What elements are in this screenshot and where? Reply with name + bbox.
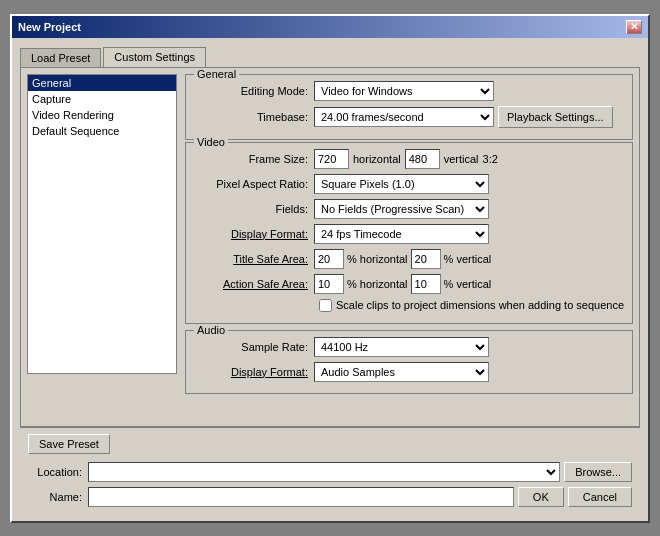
sample-rate-row: Sample Rate: 44100 Hz 48000 Hz 96000 Hz (194, 337, 624, 357)
action-safe-h-input[interactable] (314, 274, 344, 294)
fields-label: Fields: (194, 203, 314, 215)
sidebar-item-video-rendering[interactable]: Video Rendering (28, 107, 176, 123)
title-safe-h-input[interactable] (314, 249, 344, 269)
action-safe-row: Action Safe Area: % horizontal % vertica… (194, 274, 624, 294)
editing-mode-row: Editing Mode: Video for Windows DV - NTS… (194, 81, 624, 101)
scale-clips-checkbox[interactable] (319, 299, 332, 312)
title-bar: New Project ✕ (12, 16, 648, 38)
video-group: Video Frame Size: horizontal vertical 3:… (185, 142, 633, 324)
pixel-aspect-label: Pixel Aspect Ratio: (194, 178, 314, 190)
sample-rate-label: Sample Rate: (194, 341, 314, 353)
action-safe-v-input[interactable] (411, 274, 441, 294)
name-label: Name: (28, 491, 88, 503)
content-area: General Capture Video Rendering Default … (20, 67, 640, 427)
timebase-select[interactable]: 24.00 frames/second 25.00 frames/second … (314, 107, 494, 127)
pixel-aspect-row: Pixel Aspect Ratio: Square Pixels (1.0) … (194, 174, 624, 194)
audio-display-format-select[interactable]: Audio Samples Milliseconds (314, 362, 489, 382)
action-safe-label: Action Safe Area: (194, 278, 314, 290)
pixel-aspect-select[interactable]: Square Pixels (1.0) D1/DV NTSC (0.9) D1/… (314, 174, 489, 194)
location-label: Location: (28, 466, 88, 478)
sidebar-item-capture[interactable]: Capture (28, 91, 176, 107)
scale-clips-row: Scale clips to project dimensions when a… (319, 299, 624, 312)
tab-custom-settings[interactable]: Custom Settings (103, 47, 206, 67)
close-button[interactable]: ✕ (626, 20, 642, 34)
audio-display-format-label: Display Format: (194, 366, 314, 378)
bottom-area: Save Preset Location: Browse... Name: OK… (20, 427, 640, 513)
title-pct-h-label: % horizontal (347, 253, 408, 265)
audio-group: Audio Sample Rate: 44100 Hz 48000 Hz 960… (185, 330, 633, 394)
location-select[interactable] (88, 462, 560, 482)
name-input[interactable] (88, 487, 514, 507)
video-section-title: Video (194, 136, 228, 148)
dialog-title: New Project (18, 21, 81, 33)
tabs-row: Load Preset Custom Settings (20, 46, 640, 67)
sidebar-item-default-sequence[interactable]: Default Sequence (28, 123, 176, 139)
name-row: Name: OK Cancel (28, 487, 632, 507)
playback-settings-button[interactable]: Playback Settings... (498, 106, 613, 128)
save-preset-button[interactable]: Save Preset (28, 434, 110, 454)
display-format-select[interactable]: 24 fps Timecode 25 fps Timecode 30 fps T… (314, 224, 489, 244)
scale-clips-label: Scale clips to project dimensions when a… (336, 299, 624, 311)
horizontal-label: horizontal (353, 153, 401, 165)
title-safe-label: Title Safe Area: (194, 253, 314, 265)
sidebar-item-general[interactable]: General (28, 75, 176, 91)
title-safe-row: Title Safe Area: % horizontal % vertical (194, 249, 624, 269)
display-format-row: Display Format: 24 fps Timecode 25 fps T… (194, 224, 624, 244)
new-project-dialog: New Project ✕ Load Preset Custom Setting… (10, 14, 650, 523)
frame-height-input[interactable] (405, 149, 440, 169)
vertical-label: vertical (444, 153, 479, 165)
fields-select[interactable]: No Fields (Progressive Scan) Upper Field… (314, 199, 489, 219)
sidebar-list: General Capture Video Rendering Default … (27, 74, 177, 374)
action-pct-v-label: % vertical (444, 278, 492, 290)
fields-row: Fields: No Fields (Progressive Scan) Upp… (194, 199, 624, 219)
action-pct-h-label: % horizontal (347, 278, 408, 290)
main-content: General Editing Mode: Video for Windows … (185, 74, 633, 420)
general-group: General Editing Mode: Video for Windows … (185, 74, 633, 140)
browse-button[interactable]: Browse... (564, 462, 632, 482)
location-row: Location: Browse... (28, 462, 632, 482)
audio-section-title: Audio (194, 324, 228, 336)
frame-size-label: Frame Size: (194, 153, 314, 165)
sample-rate-select[interactable]: 44100 Hz 48000 Hz 96000 Hz (314, 337, 489, 357)
ok-button[interactable]: OK (518, 487, 564, 507)
display-format-label: Display Format: (194, 228, 314, 240)
editing-mode-select[interactable]: Video for Windows DV - NTSC DV - PAL HDV (314, 81, 494, 101)
aspect-ratio: 3:2 (483, 153, 498, 165)
sidebar: General Capture Video Rendering Default … (27, 74, 177, 420)
tab-load-preset[interactable]: Load Preset (20, 48, 101, 67)
title-pct-v-label: % vertical (444, 253, 492, 265)
frame-width-input[interactable] (314, 149, 349, 169)
title-safe-v-input[interactable] (411, 249, 441, 269)
cancel-button[interactable]: Cancel (568, 487, 632, 507)
editing-mode-label: Editing Mode: (194, 85, 314, 97)
frame-size-row: Frame Size: horizontal vertical 3:2 (194, 149, 624, 169)
timebase-row: Timebase: 24.00 frames/second 25.00 fram… (194, 106, 624, 128)
general-section-title: General (194, 68, 239, 80)
timebase-label: Timebase: (194, 111, 314, 123)
audio-display-format-row: Display Format: Audio Samples Millisecon… (194, 362, 624, 382)
